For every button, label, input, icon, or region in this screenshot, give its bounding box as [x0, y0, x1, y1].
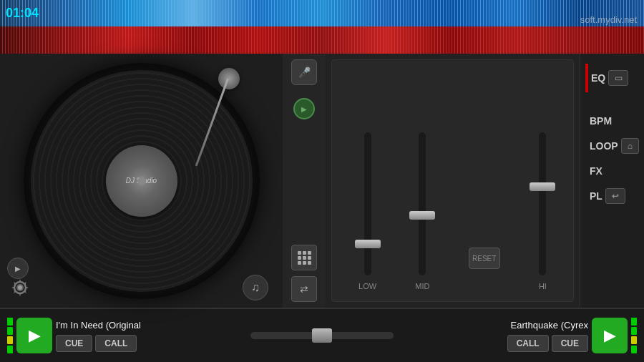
- vu-bar-green-right: [631, 318, 637, 326]
- eq-icon[interactable]: ▭: [608, 70, 628, 86]
- hi-slider[interactable]: [539, 132, 546, 275]
- play-button-center[interactable]: [293, 98, 315, 119]
- track-buttons-left: CUE CALL: [56, 335, 149, 352]
- waveform-top[interactable]: [0, 0, 644, 26]
- vu-bar-green3-right: [631, 346, 637, 353]
- play-big-button-left[interactable]: ▶: [16, 318, 52, 353]
- crossfader-section: [152, 332, 492, 339]
- track-name-right: Earthquake (Cyrex: [511, 320, 588, 331]
- cue-button-left[interactable]: CUE: [56, 335, 92, 352]
- vu-bar-green2-right: [631, 327, 637, 335]
- reset-box[interactable]: RESET: [469, 248, 500, 269]
- sidebar-item-bpm[interactable]: BPM: [584, 112, 640, 129]
- pl-icon[interactable]: ↩: [605, 188, 625, 204]
- mic-button[interactable]: 🎤: [291, 59, 317, 85]
- tonearm-arm: [195, 78, 229, 166]
- play-icon-right: ▶: [604, 326, 616, 345]
- main-area: DJ Studio ♫ 🎤: [0, 54, 644, 308]
- eq-label: EQ: [591, 72, 605, 84]
- tonearm-base: [218, 68, 240, 89]
- eq-mixer: LOW MID RESET HI: [331, 59, 574, 302]
- grid-button[interactable]: [291, 245, 317, 270]
- waveform-bottom[interactable]: [0, 26, 644, 54]
- cue-button-right[interactable]: CUE: [552, 335, 588, 352]
- loop-icon[interactable]: ⌂: [621, 138, 639, 154]
- tonearm: [175, 68, 240, 182]
- svg-point-2: [18, 285, 22, 290]
- low-slider-thumb[interactable]: [355, 240, 381, 248]
- time-display: 01:04: [6, 6, 39, 21]
- waveform-canvas[interactable]: [0, 0, 644, 54]
- sidebar-item-eq[interactable]: EQ ▭: [584, 61, 640, 95]
- vu-bar-green3-left: [7, 346, 13, 353]
- low-label: LOW: [358, 282, 376, 290]
- mid-slider-col: MID: [415, 132, 429, 290]
- shuffle-button[interactable]: ⇄: [291, 276, 317, 302]
- reset-button[interactable]: RESET: [469, 248, 500, 269]
- vu-bar-yellow-left: [7, 336, 13, 344]
- crossfader-thumb[interactable]: [312, 328, 332, 343]
- center-controls: 🎤 ⇄: [283, 54, 326, 308]
- play-big-button-right[interactable]: ▶: [592, 318, 628, 353]
- loop-label: LOOP: [590, 140, 618, 152]
- track-info-right: Earthquake (Cyrex CALL CUE: [495, 320, 588, 352]
- fx-label: FX: [590, 165, 602, 177]
- track-buttons-right: CALL CUE: [507, 335, 588, 352]
- mid-slider-thumb[interactable]: [409, 211, 435, 220]
- reset-label: RESET: [472, 255, 496, 263]
- bpm-label: BPM: [590, 115, 612, 127]
- grid-icon: [298, 251, 311, 265]
- sidebar-item-loop[interactable]: LOOP ⌂: [584, 135, 640, 157]
- turntable-section: DJ Studio ♫: [0, 54, 283, 308]
- low-slider[interactable]: [364, 132, 371, 275]
- call-button-right[interactable]: CALL: [507, 335, 549, 352]
- watermark: soft.mydiv.net: [580, 14, 637, 25]
- bottom-bar: ▶ I'm In Need (Original CUE CALL Earthqu…: [0, 308, 644, 362]
- vu-bar-green-left: [7, 318, 13, 326]
- crossfader[interactable]: [250, 332, 394, 339]
- hi-slider-thumb[interactable]: [530, 182, 555, 191]
- mid-slider[interactable]: [419, 132, 426, 275]
- mid-label: MID: [415, 282, 429, 290]
- play-icon-left: ▶: [29, 326, 41, 345]
- vu-meter-right: [631, 318, 637, 353]
- right-sidebar: EQ ▭ BPM LOOP ⌂ FX PL ↩: [580, 54, 644, 308]
- eq-indicator: [585, 64, 588, 92]
- pl-label: PL: [590, 190, 602, 202]
- call-button-left[interactable]: CALL: [95, 335, 137, 352]
- vu-bar-yellow-right: [631, 336, 637, 344]
- track-info-left: I'm In Need (Original CUE CALL: [56, 320, 149, 352]
- sidebar-item-fx[interactable]: FX: [584, 162, 640, 180]
- vu-meter-left: [7, 318, 13, 353]
- eq-sliders: LOW MID RESET HI: [339, 67, 566, 294]
- low-slider-col: LOW: [358, 132, 376, 290]
- waveform-bar: 01:04 soft.mydiv.net: [0, 0, 644, 54]
- gear-button[interactable]: [7, 275, 33, 300]
- hi-slider-col: HI: [539, 132, 547, 290]
- sidebar-item-pl[interactable]: PL ↩: [584, 185, 640, 207]
- hi-label: HI: [539, 282, 547, 290]
- vu-bar-green2-left: [7, 327, 13, 335]
- turntable-center: [137, 177, 146, 185]
- music-button[interactable]: ♫: [243, 275, 268, 300]
- track-name-left: I'm In Need (Original: [56, 320, 149, 331]
